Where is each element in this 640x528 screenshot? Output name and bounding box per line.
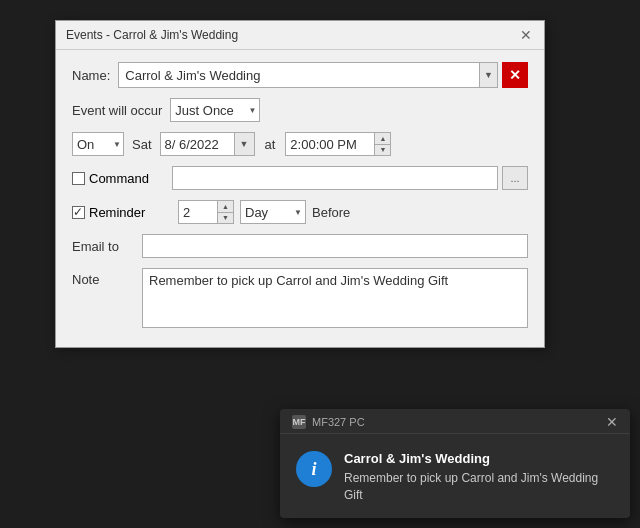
note-wrapper xyxy=(142,268,528,331)
reminder-checkbox[interactable] xyxy=(72,206,85,219)
command-input[interactable] xyxy=(172,166,498,190)
reminder-checkbox-label[interactable]: Reminder xyxy=(72,205,172,220)
toast-header: MF MF327 PC ✕ xyxy=(280,409,630,434)
toast-close-button[interactable]: ✕ xyxy=(606,415,618,429)
toast-body: i Carrol & Jim's Wedding Remember to pic… xyxy=(296,451,614,504)
toast-app-name: MF327 PC xyxy=(312,416,365,428)
toast-message: Remember to pick up Carrol and Jim's Wed… xyxy=(344,470,614,504)
datetime-row: On After Sat ▼ at ▲ ▼ xyxy=(72,132,528,156)
date-calendar-button[interactable]: ▼ xyxy=(235,132,255,156)
dialog-close-button[interactable]: ✕ xyxy=(518,27,534,43)
date-field-wrapper: ▼ xyxy=(160,132,255,156)
toast-app-info: MF MF327 PC xyxy=(292,415,365,429)
email-input[interactable] xyxy=(142,234,528,258)
command-checkbox[interactable] xyxy=(72,172,85,185)
email-row: Email to xyxy=(72,234,528,258)
name-row: Name: Carrol & Jim's Wedding ▼ ✕ xyxy=(72,62,528,88)
reminder-unit-select-wrapper: Day Hour Minute xyxy=(240,200,306,224)
dialog-body: Name: Carrol & Jim's Wedding ▼ ✕ Event w… xyxy=(56,50,544,347)
command-checkbox-label[interactable]: Command xyxy=(72,171,172,186)
events-dialog: Events - Carrol & Jim's Wedding ✕ Name: … xyxy=(55,20,545,348)
reminder-row: Reminder ▲ ▼ Day Hour Minute Before xyxy=(72,200,528,224)
before-label: Before xyxy=(312,205,350,220)
day-of-week-label: Sat xyxy=(132,137,152,152)
note-label: Note xyxy=(72,268,142,287)
toast-title: Carrol & Jim's Wedding xyxy=(344,451,614,466)
reminder-unit-select[interactable]: Day Hour Minute xyxy=(240,200,306,224)
occur-select[interactable]: Just Once Daily Weekly Monthly Yearly xyxy=(170,98,260,122)
command-label: Command xyxy=(89,171,149,186)
time-input[interactable] xyxy=(285,132,375,156)
dialog-titlebar: Events - Carrol & Jim's Wedding ✕ xyxy=(56,21,544,50)
reminder-spin-up[interactable]: ▲ xyxy=(218,201,233,213)
toast-content: Carrol & Jim's Wedding Remember to pick … xyxy=(344,451,614,504)
reminder-spin-down[interactable]: ▼ xyxy=(218,213,233,224)
note-row: Note xyxy=(72,268,528,331)
date-input[interactable] xyxy=(160,132,235,156)
on-select[interactable]: On After xyxy=(72,132,124,156)
name-dropdown-arrow[interactable]: ▼ xyxy=(480,62,498,88)
occur-select-wrapper: Just Once Daily Weekly Monthly Yearly xyxy=(170,98,260,122)
browse-button[interactable]: ... xyxy=(502,166,528,190)
reminder-spin-wrapper: ▲ ▼ xyxy=(178,200,234,224)
email-label: Email to xyxy=(72,239,142,254)
name-clear-button[interactable]: ✕ xyxy=(502,62,528,88)
toast-app-icon: MF xyxy=(292,415,306,429)
dialog-title: Events - Carrol & Jim's Wedding xyxy=(66,28,238,42)
occur-row: Event will occur Just Once Daily Weekly … xyxy=(72,98,528,122)
reminder-value-input[interactable] xyxy=(178,200,218,224)
time-spin-down[interactable]: ▼ xyxy=(375,145,390,156)
on-select-wrapper: On After xyxy=(72,132,124,156)
at-label: at xyxy=(265,137,276,152)
name-label: Name: xyxy=(72,68,110,83)
time-spinner[interactable]: ▲ ▼ xyxy=(375,132,391,156)
time-spin-up[interactable]: ▲ xyxy=(375,133,390,145)
note-textarea[interactable] xyxy=(142,268,528,328)
command-row: Command ... xyxy=(72,166,528,190)
toast-info-icon: i xyxy=(296,451,332,487)
name-select-wrapper: Carrol & Jim's Wedding ▼ xyxy=(118,62,498,88)
name-select[interactable]: Carrol & Jim's Wedding xyxy=(118,62,480,88)
reminder-spinner[interactable]: ▲ ▼ xyxy=(218,200,234,224)
toast-notification: MF MF327 PC ✕ i Carrol & Jim's Wedding R… xyxy=(280,409,630,518)
occur-label: Event will occur xyxy=(72,103,162,118)
reminder-label: Reminder xyxy=(89,205,145,220)
time-field-wrapper: ▲ ▼ xyxy=(285,132,391,156)
